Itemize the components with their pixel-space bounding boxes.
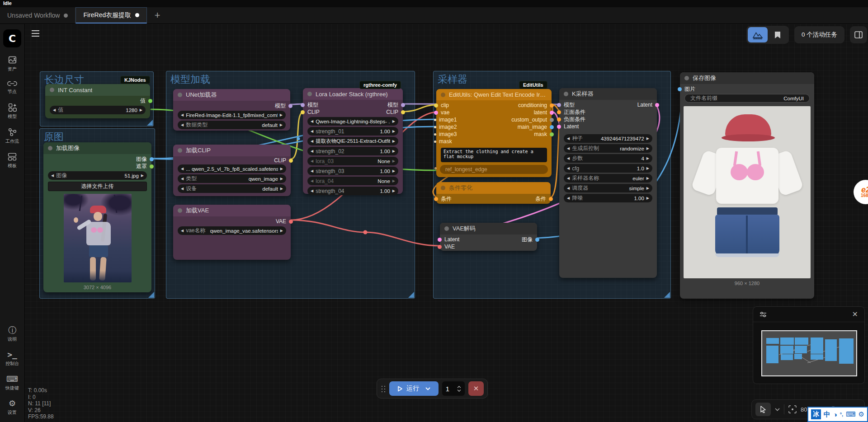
node-lora-stack[interactable]: Lora Loader Stack (rgthree) 模型 CLIP 模型 C… [303,88,403,194]
widget-seed[interactable]: ◀种子439246471239472▶ [564,134,652,143]
ime-settings-gear-icon[interactable]: ⚙ [859,410,864,418]
right-arrow-icon[interactable]: ▶ [141,173,144,178]
node-clip-loader[interactable]: 加载CLIP CLIP ◀ ... qwen_2.5_vl_7b_fp8_sca… [173,145,291,196]
input-slot-images[interactable]: 图片 [678,85,695,93]
output-slot-mask[interactable]: mask [511,131,554,138]
widget-strength-04[interactable]: ◀strength_041.00▶ [307,187,398,195]
widget-strength-03[interactable]: ◀strength_031.00▶ [307,167,398,175]
right-arrow-icon[interactable]: ▶ [280,177,283,181]
output-slot-image[interactable]: 图像 [522,236,539,243]
input-slot-conditioning[interactable]: 条件 [434,195,452,202]
cancel-run-button[interactable]: ✕ [468,381,484,396]
left-arrow-icon[interactable]: ◀ [181,123,184,127]
widget-int-value[interactable]: ◀ 值 1280 ▶ [50,106,146,114]
output-slot-main-image[interactable]: main_image [511,123,554,131]
sidebar-item-assets[interactable]: 资产 [8,55,17,72]
widget-clip-name[interactable]: ◀ ... qwen_2.5_vl_7b_fp8_scaled.safetens… [178,164,286,173]
sidebar-item-nodes[interactable]: 节点 [7,80,17,95]
panel-toggle-button[interactable] [850,26,867,43]
left-arrow-icon[interactable]: ◀ [51,173,54,178]
widget-lora-01[interactable]: ◀Qwen-Image-Lightning-8steps- ...▶ [307,117,398,126]
input-slot-image3[interactable]: image3 [434,131,457,138]
fit-view-icon[interactable] [788,405,797,413]
output-slot-image[interactable]: 图像 [136,155,154,163]
input-slot-ref-longest-edge[interactable] [434,167,437,169]
sidebar-item-console[interactable]: >_ 控制台 [5,350,19,367]
drag-handle-icon[interactable] [381,385,386,392]
output-slot-clip[interactable]: CLIP [274,157,293,164]
node-vae-loader[interactable]: 加载VAE VAE ◀ vae名称 qwen_image_vae.safeten… [173,205,291,260]
collapse-dot[interactable] [48,146,52,150]
input-slot-model[interactable]: 模型 [557,101,585,108]
upload-file-button[interactable]: 选择文件上传 [48,182,147,191]
input-slot-clip[interactable]: CLIP [301,108,320,116]
input-slot-latent[interactable]: Latent [557,123,585,130]
chevron-down-icon[interactable] [425,387,430,390]
collapse-dot[interactable] [441,93,445,97]
run-button[interactable]: 运行 [389,381,438,396]
widget-cfg[interactable]: ◀cfg1.0▶ [564,164,652,173]
input-slot-vae[interactable]: VAE [438,243,459,250]
widget-image-file[interactable]: ◀ 图像 51.jpg ▶ [48,171,147,180]
right-arrow-icon[interactable]: ▶ [280,229,283,233]
input-slot-latent[interactable]: Latent [438,236,459,243]
left-arrow-icon[interactable]: ◀ [181,187,184,191]
widget-vae-name[interactable]: ◀ vae名称 qwen_image_vae.safetensors ▶ [178,226,286,235]
widget-denoise[interactable]: ◀降噪1.00▶ [564,194,652,202]
collapse-dot[interactable] [50,88,54,92]
widget-steps[interactable]: ◀步数4▶ [564,154,652,163]
sidebar-item-shortcuts[interactable]: ⌨ 快捷键 [5,375,19,391]
input-slot-negative[interactable]: 负面条件 [557,116,585,123]
ime-punctuation-icon[interactable]: °, [840,412,843,417]
output-slot-clip[interactable]: CLIP [386,108,405,116]
widget-clip-device[interactable]: ◀ 设备 default ▶ [178,184,286,193]
node-int-constant[interactable]: INT Constant 值 ◀ 值 1280 ▶ [45,84,150,118]
comfyui-logo[interactable]: C [3,29,21,47]
sidebar-item-templates[interactable]: 模板 [7,152,17,169]
input-slot-image2[interactable]: image2 [434,123,457,131]
left-arrow-icon[interactable]: ◀ [181,177,184,181]
group-resize-handle[interactable] [148,292,154,298]
collapse-dot[interactable] [441,186,445,190]
widget-lora-02[interactable]: ◀提取衣物QIE-2511-Extract-Outfit_ ...▶ [307,137,398,145]
widget-filename-prefix[interactable]: 文件名前缀 ComfyUI [684,94,810,103]
node-unet-loader[interactable]: UNet加载器 模型 ◀ FireRed-Image-Edit-1.1_fp8m… [173,89,290,131]
node-conditioning-zero-out[interactable]: 条件零化 条件 条件 [436,182,551,204]
ime-halfwidth-icon[interactable]: ◑ [833,411,837,418]
right-arrow-icon[interactable]: ▶ [140,108,142,112]
widget-lora-03[interactable]: ◀lora_03None▶ [307,157,398,165]
output-slot-value[interactable]: 值 [140,97,152,104]
group-resize-handle[interactable] [408,292,414,298]
sidebar-item-models[interactable]: 模型 [8,103,17,120]
widget-lora-04[interactable]: ◀lora_04None▶ [307,177,398,185]
collapse-dot[interactable] [564,92,568,96]
ime-logo-button[interactable]: 冰 [811,409,821,419]
group-resize-handle[interactable] [664,292,670,298]
collapse-dot[interactable] [684,76,689,80]
left-arrow-icon[interactable]: ◀ [53,108,56,112]
sidebar-item-help[interactable]: ⓘ 说明 [8,326,17,342]
collapse-dot[interactable] [307,92,312,96]
sidebar-item-settings[interactable]: ⚙ 设置 [8,399,17,416]
new-workflow-tab-button[interactable]: + [147,7,168,23]
chevron-down-icon[interactable] [775,408,780,411]
input-slot-image1[interactable]: image1 [434,116,457,123]
node-vae-decode[interactable]: VAE解码 Latent VAE 图像 [440,223,537,251]
output-slot-latent[interactable]: Latent [637,101,659,108]
collapse-dot[interactable] [178,148,182,153]
widget-sampler-name[interactable]: ◀采样器名称euler▶ [564,174,652,183]
collapse-dot[interactable] [178,208,182,213]
output-slot-mask[interactable]: 遮罩 [136,163,154,170]
widget-dtype[interactable]: ◀ 数据类型 default ▶ [178,121,286,129]
active-tasks-button[interactable]: 0 个活动任务 [794,26,844,43]
widget-ref-longest-edge[interactable]: ref_longest_edge [440,165,548,174]
input-slot-mask[interactable]: mask [434,138,457,145]
sliders-icon[interactable] [760,311,767,318]
minimap-close-icon[interactable]: ✕ [852,310,858,319]
left-arrow-icon[interactable]: ◀ [181,167,184,171]
widget-scheduler[interactable]: ◀调度器simple▶ [564,184,652,192]
output-slot-custom-output[interactable]: custom_output [511,116,554,123]
collapse-dot[interactable] [444,226,449,231]
right-arrow-icon[interactable]: ▶ [280,113,283,117]
widget-strength-02[interactable]: ◀strength_021.00▶ [307,147,398,155]
